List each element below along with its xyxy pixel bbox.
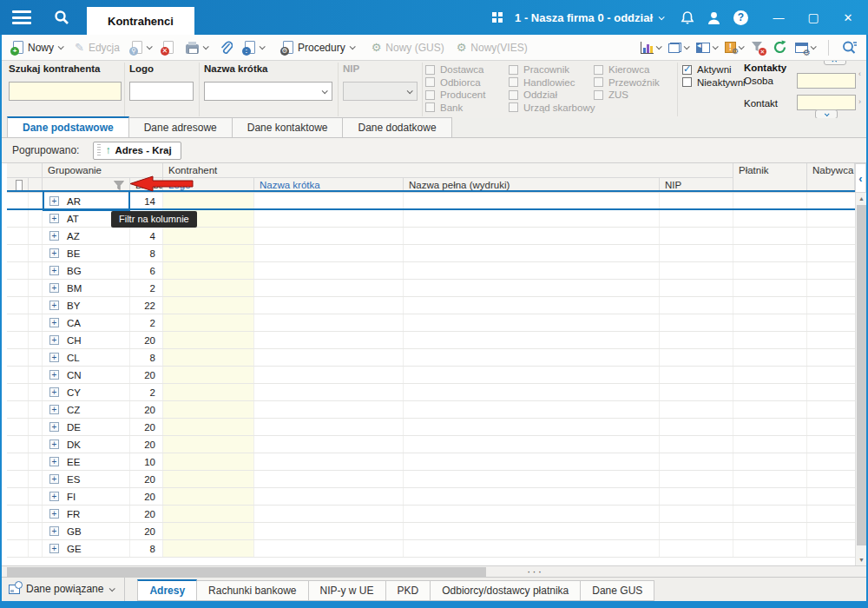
contact-input[interactable]: [797, 95, 856, 110]
bottom-tab-rachunki-bankowe[interactable]: Rachunki bankowe: [196, 580, 308, 601]
quick-search-button[interactable]: [842, 40, 858, 55]
table-row-dk[interactable]: + DK 20: [7, 436, 855, 453]
table-row-ch[interactable]: + CH 20: [7, 332, 855, 349]
print-button[interactable]: [180, 35, 214, 60]
column-filter-funnel-icon[interactable]: [114, 181, 124, 190]
expand-plus-icon[interactable]: +: [49, 318, 59, 327]
collapse-right-panel-button[interactable]: ‹: [855, 163, 866, 193]
splitter-grip-icon[interactable]: ···: [527, 565, 543, 578]
table-row-bg[interactable]: + BG 6: [7, 262, 855, 280]
expand-plus-icon[interactable]: +: [49, 544, 59, 553]
tab-kontrahenci[interactable]: Kontrahenci: [87, 7, 194, 35]
tab-dane-dodatkowe[interactable]: Dane dodatkowe: [342, 117, 451, 137]
table-row-es[interactable]: + ES 20: [7, 471, 855, 488]
logo-filter-input[interactable]: [129, 82, 194, 101]
horizontal-scroll-thumb[interactable]: [7, 567, 486, 577]
expand-plus-icon[interactable]: +: [49, 266, 59, 275]
company-selector[interactable]: 1 - Nasza firma 0 - oddział: [515, 11, 663, 24]
workflow-button[interactable]: :: [239, 35, 270, 60]
table-row-de[interactable]: + DE 20: [7, 419, 855, 436]
new-button[interactable]: + Nowy: [7, 35, 69, 60]
bottom-tab-pkd[interactable]: PKD: [385, 580, 431, 601]
table-row-ge[interactable]: + GE 8: [7, 540, 855, 558]
attachment-button[interactable]: [214, 35, 239, 60]
panel-toggle-button[interactable]: [696, 43, 717, 53]
expand-plus-icon[interactable]: +: [49, 301, 59, 310]
filter-prev-arrow[interactable]: ‹: [858, 69, 861, 78]
horizontal-scrollbar[interactable]: ···: [2, 565, 866, 577]
refresh-button[interactable]: [773, 40, 787, 55]
active-checkbox[interactable]: Aktywni: [682, 63, 746, 76]
new-vies-button[interactable]: ⚙ Nowy(VIES): [450, 35, 534, 60]
table-row-cl[interactable]: + CL 8: [7, 349, 855, 367]
checkbox-dostawca[interactable]: Dostawca: [425, 63, 485, 76]
table-row-cn[interactable]: + CN 20: [7, 367, 855, 384]
vertical-scrollbar[interactable]: ▲ ▼: [855, 193, 866, 565]
checkbox-kierowca[interactable]: Kierowca: [594, 63, 660, 76]
table-row-cy[interactable]: + CY 2: [7, 384, 855, 401]
table-row-bm[interactable]: + BM 2: [7, 280, 855, 297]
checkbox-urz-d-skarbowy[interactable]: Urząd skarbowy: [509, 102, 595, 114]
expand-plus-icon[interactable]: +: [49, 457, 59, 466]
expand-plus-icon[interactable]: +: [49, 387, 59, 397]
expand-plus-icon[interactable]: +: [49, 509, 59, 519]
expand-plus-icon[interactable]: +: [49, 492, 59, 501]
filter-next-arrow[interactable]: ›: [858, 97, 861, 106]
new-gus-button[interactable]: ⚙ Nowy (GUS): [365, 35, 450, 60]
vertical-scroll-thumb[interactable]: [857, 205, 866, 545]
related-data-button[interactable]: Dane powiązane: [2, 577, 125, 601]
user-icon[interactable]: [707, 10, 721, 25]
checkbox-odbiorca[interactable]: Odbiorca: [425, 76, 485, 89]
search-contractor-input[interactable]: [9, 82, 122, 101]
table-row-az[interactable]: + AZ 4: [7, 228, 855, 245]
expand-plus-icon[interactable]: +: [49, 353, 59, 362]
expand-plus-icon[interactable]: +: [49, 214, 59, 223]
table-row-gb[interactable]: + GB 20: [7, 523, 855, 540]
expand-plus-icon[interactable]: +: [49, 422, 59, 432]
inactive-checkbox[interactable]: Nieaktywni: [682, 76, 746, 89]
checkbox-pracownik[interactable]: Pracownik: [509, 63, 595, 76]
hamburger-menu-icon[interactable]: [12, 10, 31, 24]
checkbox-zus[interactable]: ZUS: [594, 89, 660, 101]
bottom-tab-adresy[interactable]: Adresy: [137, 579, 197, 601]
alerts-settings-button[interactable]: !: [725, 42, 743, 53]
select-all-checkbox[interactable]: [16, 180, 23, 191]
checkbox-producent[interactable]: Producent: [425, 89, 485, 101]
clear-filter-button[interactable]: ✕: [751, 41, 765, 54]
grouping-chip-adres-kraj[interactable]: ↑ Adres - Kraj: [93, 142, 181, 160]
maximize-button[interactable]: ▢: [802, 10, 825, 24]
person-input[interactable]: [797, 73, 856, 89]
short-name-filter-select[interactable]: [204, 82, 332, 101]
expand-plus-icon[interactable]: +: [49, 231, 59, 241]
column-header-platnik[interactable]: Płatnik: [733, 163, 807, 193]
help-icon[interactable]: ?: [733, 10, 748, 25]
tab-dane-kontaktowe[interactable]: Dane kontaktowe: [232, 117, 344, 137]
expand-plus-icon[interactable]: +: [49, 283, 59, 293]
expand-plus-icon[interactable]: +: [49, 439, 59, 449]
table-row-be[interactable]: + BE 8: [7, 245, 855, 262]
chart-view-button[interactable]: [641, 42, 661, 54]
tab-dane-adresowe[interactable]: Dane adresowe: [128, 117, 233, 137]
nip-filter-select[interactable]: [343, 82, 418, 101]
expand-plus-icon[interactable]: +: [49, 248, 59, 258]
procedures-button[interactable]: ⚙ Procedury: [277, 35, 360, 60]
table-row-cz[interactable]: + CZ 20: [7, 401, 855, 419]
expand-plus-icon[interactable]: +: [49, 474, 59, 484]
grid-settings-button[interactable]: [795, 43, 815, 53]
table-row-ee[interactable]: + EE 10: [7, 453, 855, 471]
table-row-fi[interactable]: + FI 20: [7, 488, 855, 506]
close-button[interactable]: ✕: [837, 11, 859, 24]
column-header-nabywca[interactable]: Nabywca: [807, 163, 855, 193]
table-row-ar[interactable]: + AR 14: [7, 193, 855, 210]
expand-plus-icon[interactable]: +: [49, 526, 59, 536]
checkbox-handlowiec[interactable]: Handlowiec: [509, 76, 595, 89]
search-icon[interactable]: [54, 10, 69, 25]
expand-plus-icon[interactable]: +: [49, 370, 59, 380]
notifications-bell-icon[interactable]: [681, 10, 694, 25]
table-row-by[interactable]: + BY 22: [7, 297, 855, 314]
bottom-tab-nip-y-w-ue[interactable]: NIP-y w UE: [308, 580, 386, 601]
edit-button[interactable]: ✎ Edycja: [69, 35, 126, 60]
bottom-tab-odbiorcy-dostawcy-p-atnika[interactable]: Odbiorcy/dostawcy płatnika: [430, 580, 581, 601]
checkbox-przewo-nik[interactable]: Przewoźnik: [594, 76, 660, 89]
preview-button[interactable]: ⚲: [126, 35, 157, 60]
